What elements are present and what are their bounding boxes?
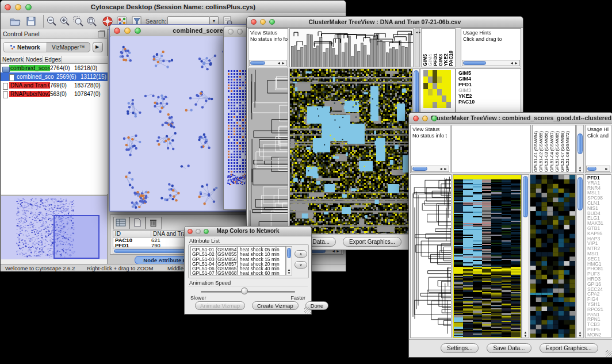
speed-slider-thumb[interactable] bbox=[241, 288, 248, 294]
treeview2-button[interactable]: Save Data... bbox=[487, 343, 531, 353]
gene-label[interactable]: NIS1 bbox=[587, 206, 611, 211]
view-status-hscrollbar[interactable]: ◄► bbox=[411, 166, 449, 172]
gene-label[interactable]: RPO21 bbox=[587, 307, 611, 312]
minimize-icon[interactable] bbox=[124, 28, 131, 34]
gene-label[interactable]: MSI1 bbox=[587, 251, 611, 256]
column-header[interactable]: Edges bbox=[43, 56, 62, 63]
gene-label[interactable]: PAC10 bbox=[458, 99, 521, 105]
treeview2-label-vscrollbar[interactable]: ▲▼ bbox=[576, 125, 584, 173]
trash-icon[interactable] bbox=[146, 217, 162, 229]
new-attribute-icon[interactable] bbox=[129, 217, 146, 229]
id-column-header[interactable]: ID bbox=[113, 231, 151, 237]
main-titlebar[interactable]: Cytoscape Desktop (Session Name: collins… bbox=[1, 1, 346, 14]
gene-label[interactable]: BUD4 bbox=[587, 211, 611, 216]
treeview2-zoom-heatmap[interactable] bbox=[530, 174, 576, 338]
network-row[interactable]: combined_scores 2764(0) 16218(0) bbox=[1, 64, 108, 72]
attribute-list-item[interactable]: GPL51-07 (GSM868) heat shock 60 min bbox=[192, 271, 285, 275]
gene-label[interactable]: PAN1 bbox=[587, 312, 611, 317]
gene-label[interactable]: PEP5 bbox=[587, 327, 611, 332]
treeview1-row-dendrogram[interactable] bbox=[248, 68, 288, 234]
treeview2-global-heatmap[interactable] bbox=[453, 174, 522, 338]
network-row[interactable]: DNA and Tran 07 769(0) 183728(0) bbox=[1, 81, 108, 90]
gene-label[interactable]: YSH1 bbox=[587, 302, 611, 307]
gene-label[interactable]: GPI16 bbox=[587, 282, 611, 287]
treeview2-zoom-vscrollbar[interactable]: ▲▼ bbox=[576, 174, 584, 338]
zoom-window-icon[interactable] bbox=[25, 4, 32, 10]
minimize-icon[interactable] bbox=[237, 29, 243, 35]
treeview1-button[interactable]: Export Graphics... bbox=[343, 237, 401, 247]
gene-label[interactable]: HAP3 bbox=[587, 236, 611, 242]
array-label[interactable]: GPL51-08 (GSM872) bbox=[565, 131, 570, 172]
treeview2-button[interactable]: Settings... bbox=[441, 343, 479, 353]
float-panel-icon[interactable] bbox=[98, 31, 105, 37]
network-row[interactable]: combined_sco 2569(6) 13112(15) bbox=[1, 72, 108, 81]
treeview1-splitter[interactable]: ◄► bbox=[415, 28, 420, 67]
move-up-button[interactable]: ∧ bbox=[294, 250, 307, 258]
array-label[interactable]: GPL51-01 (GSM854) bbox=[533, 131, 538, 172]
move-down-button[interactable]: ∨ bbox=[294, 261, 307, 269]
usage-hints-hscrollbar[interactable]: ► bbox=[586, 166, 610, 172]
dialog-button[interactable]: Animate Vizmap bbox=[195, 301, 245, 310]
column-label[interactable]: YKE2 bbox=[443, 53, 448, 66]
gene-label[interactable]: PFD1 bbox=[458, 82, 521, 87]
gene-label[interactable]: SEC24 bbox=[587, 287, 611, 292]
treeview1-heatmap[interactable] bbox=[289, 68, 412, 234]
close-icon[interactable] bbox=[251, 19, 257, 25]
minimize-icon[interactable] bbox=[260, 19, 266, 25]
treeview2-titlebar[interactable]: ClusterMaker TreeView : combined_scores_… bbox=[409, 113, 612, 124]
gene-label[interactable]: SPC98 bbox=[587, 196, 611, 201]
gene-label[interactable]: MON2 bbox=[587, 332, 611, 338]
gene-label[interactable]: MSL1 bbox=[587, 190, 611, 196]
attribute-list-vscrollbar[interactable]: ▲▼ bbox=[286, 246, 292, 275]
column-header[interactable]: Nodes bbox=[24, 56, 43, 63]
similarity-matrix[interactable] bbox=[423, 70, 451, 108]
gene-label[interactable]: CLN1 bbox=[587, 201, 611, 206]
gene-label[interactable]: HMG1 bbox=[587, 262, 611, 267]
save-icon[interactable] bbox=[25, 15, 37, 28]
gene-label[interactable]: ELG1 bbox=[587, 216, 611, 221]
gene-label[interactable]: SEC1 bbox=[587, 256, 611, 262]
resize-grip[interactable] bbox=[304, 307, 311, 313]
attribute-list[interactable]: GPL51-01 (GSM854) heat shock 05 minGPL51… bbox=[190, 246, 286, 275]
gene-label[interactable]: PUF3 bbox=[587, 271, 611, 277]
gene-label[interactable]: PHO81 bbox=[587, 266, 611, 271]
gene-label[interactable]: YRA1 bbox=[587, 181, 611, 186]
array-label[interactable]: GPL51-02 (GSM855) bbox=[538, 131, 544, 172]
minimize-icon[interactable] bbox=[422, 116, 428, 121]
zoom-selected-icon[interactable] bbox=[72, 15, 85, 28]
close-icon[interactable] bbox=[228, 29, 234, 35]
gene-label[interactable]: GTB1 bbox=[587, 226, 611, 231]
treeview2-global-vscrollbar[interactable]: ▲▼ bbox=[522, 174, 529, 338]
tab[interactable]: VizMapper™ bbox=[47, 43, 90, 52]
gene-label[interactable]: TCB3 bbox=[587, 322, 611, 327]
close-icon[interactable] bbox=[5, 4, 11, 10]
treeview1-titlebar[interactable]: ClusterMaker TreeView : DNA and Tran 07-… bbox=[247, 17, 523, 28]
attribute-select-icon[interactable] bbox=[113, 217, 129, 229]
zoom-window-icon[interactable] bbox=[269, 19, 275, 25]
gene-label[interactable]: FIG4 bbox=[587, 297, 611, 302]
zoom-fit-icon[interactable] bbox=[85, 15, 98, 28]
zoom-out-icon[interactable] bbox=[45, 15, 58, 28]
treeview2-button[interactable]: Export Graphics... bbox=[540, 343, 598, 353]
gene-label[interactable]: VIP1 bbox=[587, 241, 611, 246]
array-label[interactable]: GPL51-06 (GSM865) bbox=[554, 131, 560, 172]
array-label[interactable]: GPL51-04 (GSM857) bbox=[549, 131, 554, 172]
dialog-titlebar[interactable]: Map Colors to Network bbox=[185, 227, 311, 236]
tab[interactable]: Network bbox=[3, 43, 47, 52]
dialog-button[interactable]: Create Vizmap bbox=[252, 301, 299, 310]
column-label[interactable]: GIM4 bbox=[427, 54, 433, 66]
gene-label[interactable]: HRD3 bbox=[587, 277, 611, 282]
treeview2-row-dendrogram[interactable] bbox=[410, 174, 452, 338]
zoom-in-icon[interactable] bbox=[59, 15, 71, 28]
gene-label[interactable]: NTR2 bbox=[587, 246, 611, 251]
column-header[interactable]: Network bbox=[1, 56, 24, 63]
tab-overflow-button[interactable]: ▶ bbox=[93, 42, 103, 52]
gene-label[interactable]: YKE2 bbox=[458, 93, 521, 99]
close-icon[interactable] bbox=[114, 28, 120, 34]
gene-label-selected[interactable]: PFD1 bbox=[587, 175, 611, 181]
column-label[interactable]: PFD1 bbox=[433, 53, 438, 66]
close-icon[interactable] bbox=[188, 229, 193, 234]
column-label[interactable]: GIM5 bbox=[422, 54, 427, 66]
minimize-icon[interactable] bbox=[15, 4, 21, 10]
zoom-window-icon[interactable] bbox=[135, 28, 141, 34]
